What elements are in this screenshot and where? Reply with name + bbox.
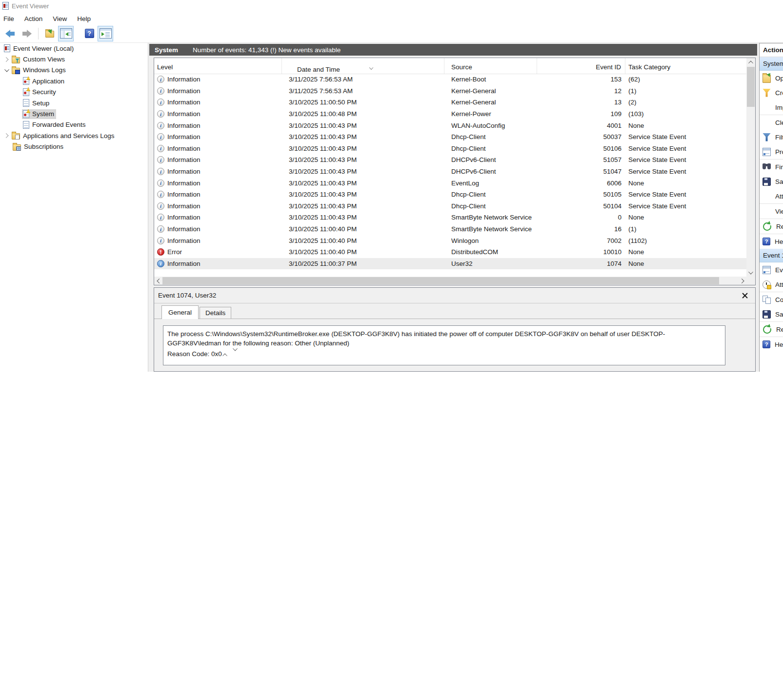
chevron-right-icon[interactable] [2,55,11,63]
action-item[interactable]: Create Custom View... [760,85,783,100]
table-row[interactable]: Information 3/10/2025 11:00:43 PM Dhcp-C… [154,200,746,212]
tree-item-label: Application [32,78,64,85]
task-category-cell: (1) [625,225,746,233]
column-header-task-category[interactable]: Task Category [625,58,746,74]
tree-item-security[interactable]: Security [0,87,148,98]
tree-item-windows-logs[interactable]: Windows Logs [0,65,148,76]
scroll-left-icon[interactable] [154,277,162,285]
table-row[interactable]: Information 3/10/2025 11:00:43 PM Dhcp-C… [154,143,746,155]
column-header-date[interactable]: Date and Time [282,58,444,74]
table-row[interactable]: Information 3/10/2025 11:00:43 PM WLAN-A… [154,120,746,131]
action-item[interactable]: Attach a Task To this Log... [760,189,783,203]
table-row[interactable]: Information 3/10/2025 11:00:37 PM User32… [154,258,746,270]
show-console-tree-button[interactable] [58,26,74,41]
tree-item-event-viewer-local[interactable]: Event Viewer (Local) [0,43,148,54]
scrollbar-corner [746,277,755,285]
task-category-cell: (62) [625,76,746,83]
tree-item-system[interactable]: System [0,108,148,119]
action-item[interactable]: Save Selected Events... [760,307,783,321]
table-row[interactable]: Information 3/10/2025 11:00:43 PM SmartB… [154,212,746,223]
tree-item-custom-views[interactable]: Custom Views [0,54,148,64]
action-item[interactable]: Import Custom View... [760,100,783,115]
forward-button[interactable] [19,26,34,41]
folder-grid-icon [13,144,21,151]
tree-item-forwarded-events[interactable]: Forwarded Events [0,120,148,130]
actions-section-system[interactable]: System [760,57,783,71]
column-header-event-id[interactable]: Event ID [537,58,625,74]
tree-item-label: Windows Logs [23,66,66,74]
open-saved-log-button[interactable] [42,26,58,41]
chevron-down-icon[interactable] [2,66,11,74]
back-button[interactable] [2,26,18,41]
event-description-box[interactable]: The process C:\Windows\System32\RuntimeB… [163,325,725,365]
action-item[interactable]: Copy [760,292,783,307]
action-item[interactable]: View [760,203,783,219]
table-row[interactable]: Information 3/10/2025 11:00:43 PM DHCPv6… [154,154,746,166]
tree-item-applications-and-services-logs[interactable]: Applications and Services Logs [0,130,148,141]
table-row[interactable]: Information 3/11/2025 7:56:53 AM Kernel-… [154,74,746,85]
horizontal-scrollbar-thumb[interactable] [162,277,719,284]
horizontal-scrollbar[interactable] [154,277,746,285]
action-item[interactable]: Event Properties [760,262,783,277]
action-item[interactable]: Properties [760,144,783,159]
tab-details[interactable]: Details [200,307,231,319]
menu-action[interactable]: Action [24,15,43,22]
log-header-bar: System Number of events: 41,343 (!) New … [149,44,757,56]
menu-help[interactable]: Help [77,15,91,22]
tree-item-subscriptions[interactable]: Subscriptions [0,141,148,152]
table-row[interactable]: Information 3/10/2025 11:00:43 PM DHCPv6… [154,166,746,178]
action-item[interactable]: Help [760,337,783,352]
tree-item-setup[interactable]: Setup [0,98,148,108]
tab-general[interactable]: General [161,305,199,319]
table-row[interactable]: Information 3/10/2025 11:00:40 PM Winlog… [154,235,746,246]
table-row[interactable]: Error 3/10/2025 11:00:40 PM DistributedC… [154,246,746,258]
action-item[interactable]: Find... [760,159,783,174]
date-cell: 3/10/2025 11:00:37 PM [282,260,444,267]
action-item[interactable]: Filter Current Log... [760,130,783,144]
task-category-cell: None [625,248,746,256]
vertical-scrollbar[interactable] [746,58,755,277]
textbox-scroll-up-icon[interactable] [221,351,229,359]
table-row[interactable]: Information 3/10/2025 11:00:50 PM Kernel… [154,97,746,108]
action-item[interactable]: Attach Task To This Event... [760,277,783,292]
scroll-down-icon[interactable] [746,268,755,277]
tree-item-application[interactable]: Application [0,76,148,86]
event-reason-code: Reason Code: 0x0 [167,350,222,358]
textbox-scroll-down-icon[interactable] [231,345,239,353]
binoculars-icon [763,163,771,171]
properties-icon [763,148,771,156]
actions-section-event[interactable]: Event 1074, User32 [760,249,783,262]
column-header-level[interactable]: Level [154,58,282,74]
action-item[interactable]: Refresh [760,219,783,234]
scroll-right-icon[interactable] [738,277,746,285]
scroll-up-icon[interactable] [746,58,755,66]
table-row[interactable]: Information 3/10/2025 11:00:43 PM Dhcp-C… [154,189,746,200]
action-item[interactable]: Help [760,234,783,249]
source-cell: Winlogon [444,237,537,244]
table-row[interactable]: Information 3/10/2025 11:00:40 PM SmartB… [154,223,746,235]
action-item[interactable]: Clear Log... [760,115,783,130]
help-button[interactable] [81,26,97,41]
menu-view[interactable]: View [53,15,67,22]
vertical-scrollbar-thumb[interactable] [747,67,755,107]
column-header-source[interactable]: Source [444,58,537,74]
task-category-cell: None [625,122,746,129]
action-item[interactable]: Open Saved Log... [760,71,783,85]
preview-pane-button[interactable] [98,26,113,41]
close-icon[interactable] [742,292,748,299]
table-row[interactable]: Information 3/10/2025 11:00:48 PM Kernel… [154,108,746,120]
menu-file[interactable]: File [3,15,14,22]
table-row[interactable]: Information 3/10/2025 11:00:43 PM Dhcp-C… [154,131,746,143]
toolbar-separator [78,28,78,40]
table-row[interactable]: Information 3/10/2025 11:00:43 PM EventL… [154,177,746,189]
action-item-label: Save All Events As... [775,178,783,185]
action-item[interactable]: Save All Events As... [760,174,783,189]
date-cell: 3/10/2025 11:00:43 PM [282,180,444,187]
window-title: Event Viewer [12,2,49,10]
level-cell: Information [167,156,201,163]
table-row[interactable]: Information 3/11/2025 7:56:53 AM Kernel-… [154,85,746,97]
chevron-right-icon[interactable] [2,132,11,140]
folder-open-icon [763,75,771,83]
action-item[interactable]: Refresh [760,321,783,337]
source-cell: User32 [444,260,537,267]
